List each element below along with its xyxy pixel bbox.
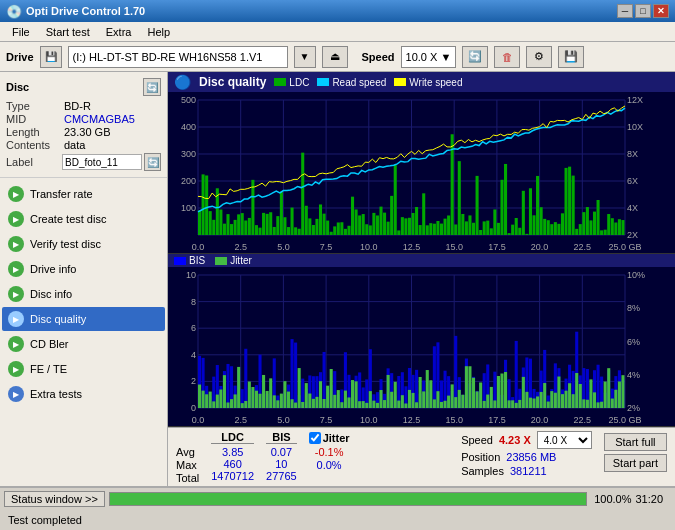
stats-row-labels: Avg Max Total bbox=[176, 431, 199, 484]
disc-length-label: Length bbox=[6, 126, 64, 138]
drive-action-btn1[interactable]: 🗑 bbox=[494, 46, 520, 68]
drive-bar: Drive 💾 (I:) HL-DT-ST BD-RE WH16NS58 1.V… bbox=[0, 42, 675, 72]
status-bottom-row: Test completed bbox=[0, 509, 675, 530]
nav-verify-test-disc[interactable]: ▶ Verify test disc bbox=[2, 232, 165, 256]
nav-extra-tests-label: Extra tests bbox=[30, 388, 82, 400]
nav-disc-info-label: Disc info bbox=[30, 288, 72, 300]
start-part-button[interactable]: Start part bbox=[604, 454, 667, 472]
progress-text: 100.0% bbox=[591, 493, 631, 505]
drive-label: Drive bbox=[6, 51, 34, 63]
drive-action-btn2[interactable]: ⚙ bbox=[526, 46, 552, 68]
disc-refresh-button[interactable]: 🔄 bbox=[143, 78, 161, 96]
fe-te-icon: ▶ bbox=[8, 361, 24, 377]
speed-label: Speed bbox=[362, 51, 395, 63]
speed-stat-label: Speed bbox=[461, 434, 493, 446]
disc-contents-label: Contents bbox=[6, 139, 64, 151]
legend-read: Read speed bbox=[317, 77, 386, 88]
progress-bar-container bbox=[109, 492, 588, 506]
stats-bis-header: BIS bbox=[266, 431, 297, 444]
menu-extra[interactable]: Extra bbox=[98, 24, 140, 40]
disc-type-label: Type bbox=[6, 100, 64, 112]
legend-write-color bbox=[394, 78, 406, 86]
minimize-button[interactable]: ─ bbox=[617, 4, 633, 18]
nav-create-test-disc[interactable]: ▶ Create test disc bbox=[2, 207, 165, 231]
nav-create-test-disc-label: Create test disc bbox=[30, 213, 106, 225]
disc-mid-label: MID bbox=[6, 113, 64, 125]
status-window-button[interactable]: Status window >> bbox=[4, 491, 105, 507]
stats-jitter-avg: -0.1% bbox=[309, 446, 350, 458]
legend-ldc-color bbox=[274, 78, 286, 86]
maximize-button[interactable]: □ bbox=[635, 4, 651, 18]
legend-write: Write speed bbox=[394, 77, 462, 88]
titlebar-buttons: ─ □ ✕ bbox=[617, 4, 669, 18]
drive-save-btn[interactable]: 💾 bbox=[558, 46, 584, 68]
nav-extra-tests[interactable]: ▶ Extra tests bbox=[2, 382, 165, 406]
start-full-button[interactable]: Start full bbox=[604, 433, 667, 451]
speed-refresh-btn[interactable]: 🔄 bbox=[462, 46, 488, 68]
nav-drive-info[interactable]: ▶ Drive info bbox=[2, 257, 165, 281]
nav-transfer-rate[interactable]: ▶ Transfer rate bbox=[2, 182, 165, 206]
nav-verify-test-disc-label: Verify test disc bbox=[30, 238, 101, 250]
stats-jitter-col: Jitter -0.1% 0.0% bbox=[309, 431, 350, 472]
nav-fe-te[interactable]: ▶ FE / TE bbox=[2, 357, 165, 381]
drive-eject-btn[interactable]: ⏏ bbox=[322, 46, 348, 68]
jitter-checkbox[interactable] bbox=[309, 432, 321, 444]
legend-read-color bbox=[317, 78, 329, 86]
drive-dropdown-btn[interactable]: ▼ bbox=[294, 46, 316, 68]
speed-stat-value: 4.23 X bbox=[499, 434, 531, 446]
chart-header: 🔵 Disc quality LDC Read speed Write spee… bbox=[168, 72, 675, 92]
speed-select[interactable]: 10.0 X ▼ bbox=[401, 46, 457, 68]
disc-label-refresh-btn[interactable]: 🔄 bbox=[144, 153, 161, 171]
legend-ldc: LDC bbox=[274, 77, 309, 88]
legend-bis: BIS bbox=[174, 255, 205, 266]
menu-start-test[interactable]: Start test bbox=[38, 24, 98, 40]
legend-bis-label: BIS bbox=[189, 255, 205, 266]
disc-length-value: 23.30 GB bbox=[64, 126, 110, 138]
nav-disc-quality-label: Disc quality bbox=[30, 313, 86, 325]
status-area: Status window >> 100.0% 31:20 Test compl… bbox=[0, 486, 675, 530]
stats-bis-avg: 0.07 bbox=[266, 446, 297, 458]
time-display: 31:20 bbox=[635, 493, 671, 505]
samples-stat-value: 381211 bbox=[510, 465, 547, 477]
stats-ldc-col: LDC 3.85 460 1470712 bbox=[211, 431, 254, 482]
nav-buttons: ▶ Transfer rate ▶ Create test disc ▶ Ver… bbox=[0, 178, 167, 486]
bottom-chart-header: BIS Jitter bbox=[168, 254, 675, 267]
legend-ldc-label: LDC bbox=[289, 77, 309, 88]
nav-fe-te-label: FE / TE bbox=[30, 363, 67, 375]
disc-type-value: BD-R bbox=[64, 100, 91, 112]
nav-cd-bler[interactable]: ▶ CD Bler bbox=[2, 332, 165, 356]
total-label: Total bbox=[176, 472, 199, 484]
menubar: File Start test Extra Help bbox=[0, 22, 675, 42]
drive-icon[interactable]: 💾 bbox=[40, 46, 62, 68]
position-stat-label: Position bbox=[461, 451, 500, 463]
disc-section-title: Disc bbox=[6, 81, 29, 93]
nav-transfer-rate-label: Transfer rate bbox=[30, 188, 93, 200]
legend-bis-color bbox=[174, 257, 186, 265]
legend-read-label: Read speed bbox=[332, 77, 386, 88]
verify-test-disc-icon: ▶ bbox=[8, 236, 24, 252]
app-icon: 💿 bbox=[6, 4, 22, 19]
nav-disc-info[interactable]: ▶ Disc info bbox=[2, 282, 165, 306]
right-panel: 🔵 Disc quality LDC Read speed Write spee… bbox=[168, 72, 675, 486]
drive-select[interactable]: (I:) HL-DT-ST BD-RE WH16NS58 1.V1 bbox=[68, 46, 288, 68]
max-label: Max bbox=[176, 459, 199, 471]
disc-label-input[interactable] bbox=[62, 154, 142, 170]
nav-disc-quality[interactable]: ▶ Disc quality bbox=[2, 307, 165, 331]
bottom-chart-canvas bbox=[168, 267, 675, 426]
stats-bis-col: BIS 0.07 10 27765 bbox=[266, 431, 297, 482]
menu-help[interactable]: Help bbox=[139, 24, 178, 40]
close-button[interactable]: ✕ bbox=[653, 4, 669, 18]
disc-label-label: Label bbox=[6, 156, 60, 168]
nav-drive-info-label: Drive info bbox=[30, 263, 76, 275]
speed-stats: Speed 4.23 X 4.0 X 6.0 X 8.0 X 10.0 X Po… bbox=[461, 431, 592, 477]
stats-jitter-max: 0.0% bbox=[309, 459, 350, 471]
speed-x-select[interactable]: 4.0 X 6.0 X 8.0 X 10.0 X bbox=[537, 431, 592, 449]
titlebar: 💿 Opti Drive Control 1.70 ─ □ ✕ bbox=[0, 0, 675, 22]
app-title: Opti Drive Control 1.70 bbox=[26, 5, 617, 17]
stats-bar: Avg Max Total LDC 3.85 460 1470712 BIS 0… bbox=[168, 427, 675, 486]
status-top-row: Status window >> 100.0% 31:20 bbox=[0, 488, 675, 509]
progress-bar-fill bbox=[110, 493, 587, 505]
test-complete-text: Test completed bbox=[4, 512, 86, 528]
menu-file[interactable]: File bbox=[4, 24, 38, 40]
legend-write-label: Write speed bbox=[409, 77, 462, 88]
